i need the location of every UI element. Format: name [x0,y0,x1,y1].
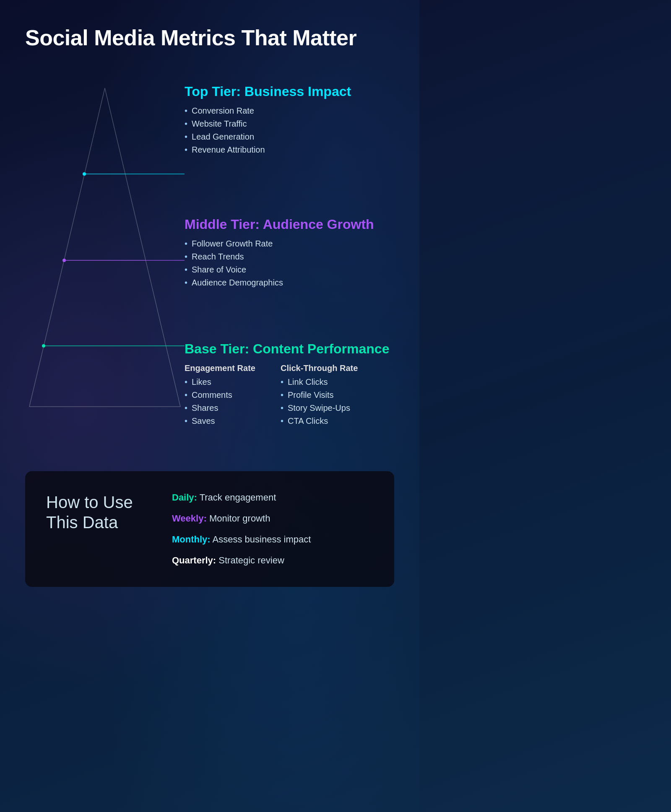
list-item: Follower Growth Rate [185,239,394,249]
tier-base: Base Tier: Content Performance Engagemen… [185,308,394,429]
tier-top: Top Tier: Business Impact Conversion Rat… [185,75,394,158]
list-item: Profile Visits [281,390,358,400]
monthly-label: Monthly: [172,534,211,545]
how-to-monthly: Monthly: Assess business impact [172,534,311,545]
list-item: Comments [185,390,255,400]
page-wrapper: Social Media Metrics That Matter [0,0,419,612]
daily-text: Track engagement [200,492,276,503]
engagement-list: Likes Comments Shares Saves [185,377,255,426]
engagement-col: Engagement Rate Likes Comments Shares Sa… [185,363,255,429]
how-to-quarterly: Quarterly: Strategic review [172,555,311,566]
svg-marker-0 [29,88,180,407]
list-item: Audience Demographics [185,278,394,288]
pyramid-container [25,75,185,421]
weekly-text: Monitor growth [209,513,270,524]
how-to-items: Daily: Track engagement Weekly: Monitor … [172,492,311,566]
top-tier-list: Conversion Rate Website Traffic Lead Gen… [185,106,394,155]
list-item: Shares [185,403,255,413]
list-item: Website Traffic [185,119,394,129]
tiers-container: Top Tier: Business Impact Conversion Rat… [185,75,394,446]
list-item: Revenue Attribution [185,145,394,155]
middle-tier-list: Follower Growth Rate Reach Trends Share … [185,239,394,288]
list-item: CTA Clicks [281,416,358,426]
list-item: Story Swipe-Ups [281,403,358,413]
ctr-list: Link Clicks Profile Visits Story Swipe-U… [281,377,358,426]
monthly-text: Assess business impact [213,534,311,545]
ctr-col-title: Click-Through Rate [281,363,358,373]
base-tier-title: Base Tier: Content Performance [185,341,394,357]
list-item: Share of Voice [185,265,394,275]
top-tier-title: Top Tier: Business Impact [185,84,394,99]
middle-tier-title: Middle Tier: Audience Growth [185,217,394,232]
list-item: Saves [185,416,255,426]
how-to-use-title: How to UseThis Data [46,492,138,532]
list-item: Likes [185,377,255,387]
page-title: Social Media Metrics That Matter [25,25,394,50]
ctr-col: Click-Through Rate Link Clicks Profile V… [281,363,358,429]
engagement-col-title: Engagement Rate [185,363,255,373]
tier-middle: Middle Tier: Audience Growth Follower Gr… [185,175,394,291]
quarterly-text: Strategic review [218,555,284,566]
list-item: Link Clicks [281,377,358,387]
how-to-use-section: How to UseThis Data Daily: Track engagem… [25,471,394,587]
how-to-daily: Daily: Track engagement [172,492,311,503]
list-item: Conversion Rate [185,106,394,116]
how-to-weekly: Weekly: Monitor growth [172,513,311,524]
pyramid-svg [25,75,185,419]
main-content: Top Tier: Business Impact Conversion Rat… [25,75,394,446]
weekly-label: Weekly: [172,513,207,524]
base-tier-content: Engagement Rate Likes Comments Shares Sa… [185,363,394,429]
quarterly-label: Quarterly: [172,555,216,566]
list-item: Reach Trends [185,252,394,262]
daily-label: Daily: [172,492,197,503]
list-item: Lead Generation [185,132,394,142]
